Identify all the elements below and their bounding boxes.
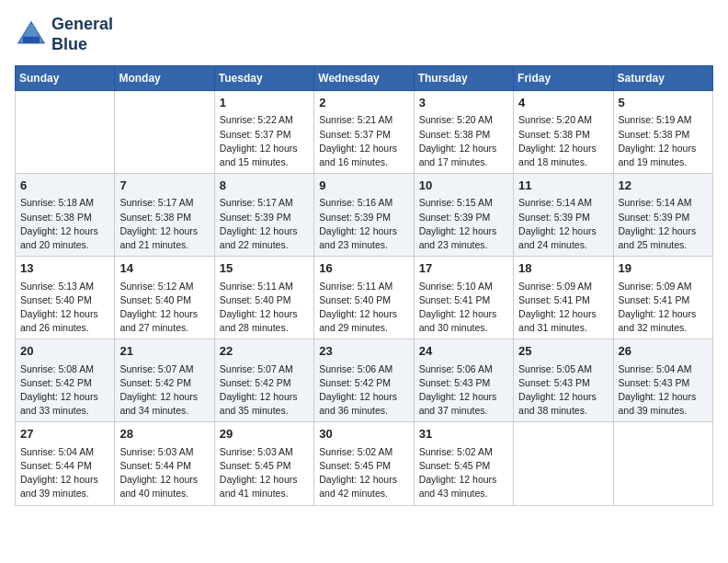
calendar-cell: 14Sunrise: 5:12 AMSunset: 5:40 PMDayligh… (115, 257, 214, 339)
day-info: Sunrise: 5:06 AMSunset: 5:43 PMDaylight:… (419, 362, 508, 419)
day-number: 21 (119, 343, 209, 360)
day-info: Sunrise: 5:12 AMSunset: 5:40 PMDaylight:… (119, 280, 209, 336)
day-number: 17 (419, 260, 508, 277)
day-number: 10 (419, 178, 508, 194)
day-number: 18 (518, 260, 608, 277)
calendar-header-row: SundayMondayTuesdayWednesdayThursdayFrid… (16, 66, 713, 91)
calendar-cell (16, 91, 115, 174)
day-info: Sunrise: 5:07 AMSunset: 5:42 PMDaylight:… (220, 362, 309, 419)
calendar-cell: 17Sunrise: 5:10 AMSunset: 5:41 PMDayligh… (414, 257, 513, 339)
calendar-cell: 1Sunrise: 5:22 AMSunset: 5:37 PMDaylight… (214, 91, 313, 174)
day-info: Sunrise: 5:08 AMSunset: 5:42 PMDaylight:… (20, 362, 109, 419)
day-info: Sunrise: 5:09 AMSunset: 5:41 PMDaylight:… (619, 280, 708, 336)
day-info: Sunrise: 5:16 AMSunset: 5:39 PMDaylight:… (319, 196, 408, 252)
calendar-cell: 19Sunrise: 5:09 AMSunset: 5:41 PMDayligh… (613, 257, 712, 339)
day-number: 27 (20, 426, 109, 442)
day-number: 13 (20, 260, 109, 277)
day-info: Sunrise: 5:11 AMSunset: 5:40 PMDaylight:… (319, 280, 408, 336)
weekday-header-tuesday: Tuesday (214, 66, 313, 91)
calendar-cell: 26Sunrise: 5:04 AMSunset: 5:43 PMDayligh… (613, 339, 712, 422)
day-number: 3 (419, 95, 508, 111)
calendar-cell: 15Sunrise: 5:11 AMSunset: 5:40 PMDayligh… (214, 257, 313, 339)
calendar-cell: 6Sunrise: 5:18 AMSunset: 5:38 PMDaylight… (16, 174, 115, 257)
logo: General Blue (15, 15, 113, 54)
day-number: 22 (220, 343, 309, 360)
day-number: 24 (419, 343, 508, 360)
calendar-cell: 12Sunrise: 5:14 AMSunset: 5:39 PMDayligh… (613, 174, 712, 257)
calendar-week-row: 27Sunrise: 5:04 AMSunset: 5:44 PMDayligh… (16, 422, 713, 505)
day-number: 23 (319, 343, 408, 360)
day-info: Sunrise: 5:17 AMSunset: 5:38 PMDaylight:… (119, 196, 209, 252)
calendar-cell: 28Sunrise: 5:03 AMSunset: 5:44 PMDayligh… (115, 422, 214, 505)
calendar-cell: 10Sunrise: 5:15 AMSunset: 5:39 PMDayligh… (414, 174, 513, 257)
calendar-cell: 11Sunrise: 5:14 AMSunset: 5:39 PMDayligh… (514, 174, 613, 257)
weekday-header-friday: Friday (514, 66, 613, 91)
day-number: 11 (518, 178, 608, 194)
calendar-cell: 23Sunrise: 5:06 AMSunset: 5:42 PMDayligh… (314, 339, 414, 422)
day-number: 14 (119, 260, 209, 277)
day-info: Sunrise: 5:04 AMSunset: 5:44 PMDaylight:… (20, 445, 109, 501)
logo-text: General Blue (51, 15, 113, 54)
calendar-cell: 16Sunrise: 5:11 AMSunset: 5:40 PMDayligh… (314, 257, 414, 339)
calendar-week-row: 13Sunrise: 5:13 AMSunset: 5:40 PMDayligh… (16, 257, 713, 339)
day-info: Sunrise: 5:10 AMSunset: 5:41 PMDaylight:… (419, 280, 508, 336)
day-info: Sunrise: 5:19 AMSunset: 5:38 PMDaylight:… (619, 113, 708, 169)
calendar-cell: 21Sunrise: 5:07 AMSunset: 5:42 PMDayligh… (115, 339, 214, 422)
day-info: Sunrise: 5:02 AMSunset: 5:45 PMDaylight:… (419, 445, 508, 501)
weekday-header-saturday: Saturday (613, 66, 712, 91)
calendar-cell: 27Sunrise: 5:04 AMSunset: 5:44 PMDayligh… (16, 422, 115, 505)
day-info: Sunrise: 5:05 AMSunset: 5:43 PMDaylight:… (518, 362, 608, 419)
calendar-cell: 22Sunrise: 5:07 AMSunset: 5:42 PMDayligh… (214, 339, 313, 422)
day-info: Sunrise: 5:09 AMSunset: 5:41 PMDaylight:… (518, 280, 608, 336)
day-info: Sunrise: 5:07 AMSunset: 5:42 PMDaylight:… (119, 362, 209, 419)
day-number: 5 (619, 95, 708, 111)
day-number: 20 (20, 343, 109, 360)
day-info: Sunrise: 5:03 AMSunset: 5:44 PMDaylight:… (119, 445, 209, 501)
day-info: Sunrise: 5:18 AMSunset: 5:38 PMDaylight:… (20, 196, 109, 252)
day-info: Sunrise: 5:22 AMSunset: 5:37 PMDaylight:… (220, 113, 309, 169)
calendar-cell: 7Sunrise: 5:17 AMSunset: 5:38 PMDaylight… (115, 174, 214, 257)
day-info: Sunrise: 5:14 AMSunset: 5:39 PMDaylight:… (518, 196, 608, 252)
day-number: 1 (220, 95, 309, 111)
day-number: 16 (319, 260, 408, 277)
day-info: Sunrise: 5:13 AMSunset: 5:40 PMDaylight:… (20, 280, 109, 336)
day-info: Sunrise: 5:03 AMSunset: 5:45 PMDaylight:… (220, 445, 309, 501)
day-info: Sunrise: 5:06 AMSunset: 5:42 PMDaylight:… (319, 362, 408, 419)
day-number: 9 (319, 178, 408, 194)
day-number: 28 (119, 426, 209, 442)
calendar-cell (115, 91, 214, 174)
day-number: 15 (220, 260, 309, 277)
day-info: Sunrise: 5:20 AMSunset: 5:38 PMDaylight:… (518, 113, 608, 169)
day-info: Sunrise: 5:14 AMSunset: 5:39 PMDaylight:… (619, 196, 708, 252)
day-number: 12 (619, 178, 708, 194)
day-number: 8 (220, 178, 309, 194)
day-number: 31 (419, 426, 508, 442)
calendar-cell: 9Sunrise: 5:16 AMSunset: 5:39 PMDaylight… (314, 174, 414, 257)
calendar-cell: 2Sunrise: 5:21 AMSunset: 5:37 PMDaylight… (314, 91, 414, 174)
calendar-cell: 25Sunrise: 5:05 AMSunset: 5:43 PMDayligh… (514, 339, 613, 422)
calendar-cell: 8Sunrise: 5:17 AMSunset: 5:39 PMDaylight… (214, 174, 313, 257)
calendar-cell: 31Sunrise: 5:02 AMSunset: 5:45 PMDayligh… (414, 422, 513, 505)
day-number: 26 (619, 343, 708, 360)
day-number: 30 (319, 426, 408, 442)
calendar-cell: 18Sunrise: 5:09 AMSunset: 5:41 PMDayligh… (514, 257, 613, 339)
weekday-header-monday: Monday (115, 66, 214, 91)
day-number: 2 (319, 95, 408, 111)
calendar-week-row: 20Sunrise: 5:08 AMSunset: 5:42 PMDayligh… (16, 339, 713, 422)
day-info: Sunrise: 5:04 AMSunset: 5:43 PMDaylight:… (619, 362, 708, 419)
weekday-header-wednesday: Wednesday (314, 66, 414, 91)
calendar-table: SundayMondayTuesdayWednesdayThursdayFrid… (15, 65, 713, 505)
calendar-cell: 3Sunrise: 5:20 AMSunset: 5:38 PMDaylight… (414, 91, 513, 174)
day-info: Sunrise: 5:15 AMSunset: 5:39 PMDaylight:… (419, 196, 508, 252)
day-info: Sunrise: 5:20 AMSunset: 5:38 PMDaylight:… (419, 113, 508, 169)
logo-icon (15, 18, 48, 52)
calendar-cell (514, 422, 613, 505)
weekday-header-thursday: Thursday (414, 66, 513, 91)
calendar-cell: 24Sunrise: 5:06 AMSunset: 5:43 PMDayligh… (414, 339, 513, 422)
day-number: 7 (119, 178, 209, 194)
calendar-cell (613, 422, 712, 505)
day-number: 25 (518, 343, 608, 360)
calendar-cell: 4Sunrise: 5:20 AMSunset: 5:38 PMDaylight… (514, 91, 613, 174)
calendar-cell: 5Sunrise: 5:19 AMSunset: 5:38 PMDaylight… (613, 91, 712, 174)
day-number: 6 (20, 178, 109, 194)
